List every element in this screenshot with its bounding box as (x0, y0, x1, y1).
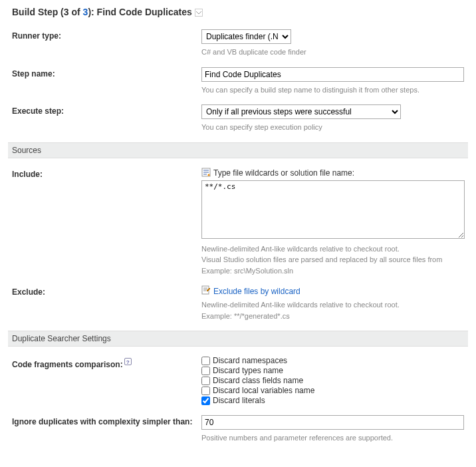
step-name-input[interactable] (201, 67, 464, 82)
compare-option-label: Discard local variables name (213, 386, 314, 395)
compare-option-label: Discard types name (213, 366, 283, 375)
title-of: of (69, 7, 83, 17)
runner-type-row: Runner type: Duplicates finder (.NET) C#… (12, 29, 464, 58)
exclude-row: Exclude: Exclude files by wildcard Newli… (12, 285, 464, 321)
execute-step-hint: You can specify step execution policy (201, 122, 464, 133)
compare-option: Discard class fields name (201, 376, 464, 385)
compare-option: Discard namespaces (201, 356, 464, 365)
complexity-hint: Positive numbers and parameter reference… (201, 432, 464, 444)
compare-option: Discard types name (201, 366, 464, 375)
compare-option-label: Discard namespaces (213, 356, 287, 365)
compare-checkbox[interactable] (201, 377, 210, 385)
compare-option: Discard literals (201, 396, 464, 405)
compare-checkbox[interactable] (201, 387, 210, 395)
compare-option: Discard local variables name (201, 386, 464, 395)
section-sources: Sources (8, 142, 468, 158)
help-icon[interactable]: ? (124, 358, 132, 365)
execute-step-select[interactable]: Only if all previous steps were successf… (201, 104, 401, 119)
runner-type-select[interactable]: Duplicates finder (.NET) (201, 29, 291, 44)
compare-option-label: Discard class fields name (213, 376, 303, 385)
complexity-row: Ignore duplicates with complexity simple… (12, 415, 464, 444)
title-prefix: Build Step ( (12, 7, 64, 17)
wildcard-icon (201, 168, 211, 179)
step-name-hint: You can specify a build step name to dis… (201, 84, 464, 96)
section-searcher: Duplicate Searcher Settings (8, 331, 468, 347)
complexity-input[interactable] (201, 415, 464, 430)
svg-point-2 (208, 174, 210, 176)
svg-rect-0 (195, 9, 202, 17)
edit-icon (201, 285, 211, 297)
execute-step-row: Execute step: Only if all previous steps… (12, 104, 464, 133)
title-current-step: 3 (64, 7, 69, 17)
compare-label: Code fragments comparison:? (12, 356, 201, 369)
collapse-toggle-icon[interactable] (195, 8, 203, 16)
runner-type-hint: C# and VB duplicate code finder (201, 47, 464, 58)
runner-type-label: Runner type: (12, 29, 201, 41)
execute-step-label: Execute step: (12, 104, 201, 116)
step-name-label: Step name: (12, 67, 201, 78)
include-hint: Newline-delimited Ant-like wildcards rel… (201, 243, 465, 277)
compare-option-label: Discard literals (213, 396, 265, 405)
exclude-link[interactable]: Exclude files by wildcard (213, 287, 300, 296)
exclude-label: Exclude: (12, 285, 201, 297)
title-suffix: ): Find Code Duplicates (88, 7, 191, 17)
compare-checkbox[interactable] (201, 357, 210, 365)
include-instruction: Type file wildcards or solution file nam… (213, 168, 354, 178)
complexity-label: Ignore duplicates with complexity simple… (12, 415, 201, 428)
compare-checkbox[interactable] (201, 367, 210, 375)
page-title: Build Step (3 of 3): Find Code Duplicate… (12, 7, 464, 17)
compare-checkbox[interactable] (201, 396, 210, 405)
include-textarea[interactable]: **/*.cs (201, 180, 465, 239)
include-label: Include: (12, 168, 201, 179)
compare-row: Code fragments comparison:? Discard name… (12, 356, 464, 406)
include-row: Include: Type file wildcards or solution… (12, 168, 464, 277)
exclude-hint: Newline-delimited Ant-like wildcards rel… (201, 299, 464, 321)
step-name-row: Step name: You can specify a build step … (12, 67, 464, 96)
